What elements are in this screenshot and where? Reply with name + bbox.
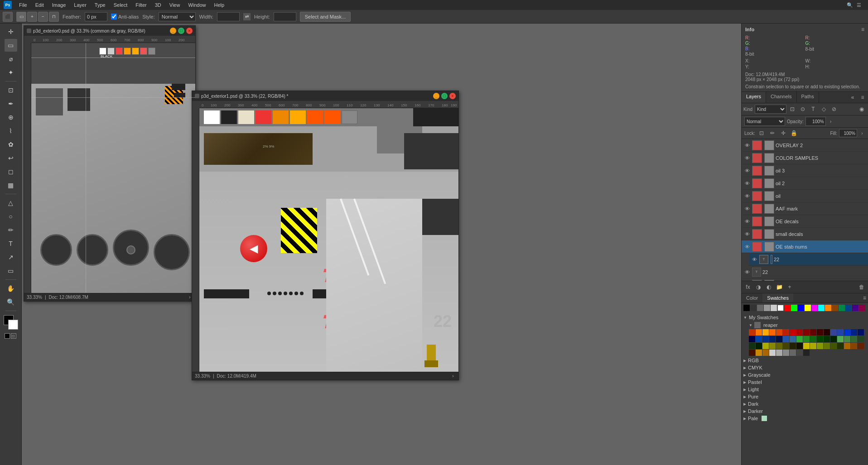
layers-collapse-btn[interactable]: «	[848, 93, 857, 102]
rs-17[interactable]	[858, 329, 864, 336]
swatch-orange[interactable]	[825, 305, 831, 311]
doc1-maximize[interactable]: □	[178, 28, 184, 34]
blur-tool[interactable]: △	[5, 197, 17, 209]
layer-item-colorsamples[interactable]: 👁 COLOR SAMPLES	[742, 152, 868, 164]
layer-eye-aafmark[interactable]: 👁	[743, 205, 751, 212]
layer-eye-22-sub1[interactable]: 👁	[751, 256, 758, 263]
rs-13[interactable]	[830, 329, 837, 336]
rs-44[interactable]	[810, 343, 816, 349]
rs-53[interactable]	[756, 350, 762, 356]
tab-swatches[interactable]: Swatches	[762, 293, 793, 302]
rs-4[interactable]	[769, 329, 776, 336]
layer-eye-oil3[interactable]: 👁	[743, 167, 751, 174]
doc1-minimize[interactable]: _	[170, 28, 176, 34]
rs-60[interactable]	[803, 350, 810, 356]
gradient-tool[interactable]: ▦	[5, 179, 17, 192]
eraser-tool[interactable]: ◻	[5, 165, 17, 178]
fill-input[interactable]	[839, 129, 857, 137]
fill-arrow-icon[interactable]: ›	[859, 130, 865, 136]
doc1-close[interactable]: ×	[186, 28, 193, 34]
doc2-maximize[interactable]: □	[441, 93, 448, 99]
layers-menu-btn[interactable]: ≡	[858, 93, 867, 102]
quick-select-tool[interactable]: ✦	[5, 66, 17, 79]
swatch-md-gray[interactable]	[764, 305, 770, 311]
brush-tool[interactable]: ⌇	[5, 125, 17, 137]
menu-window[interactable]: Window	[184, 1, 209, 9]
layer-item-smalldecals[interactable]: 👁 small decals	[742, 228, 868, 240]
layer-filter-pixel[interactable]: ⊡	[788, 105, 797, 114]
height-input[interactable]	[274, 12, 296, 21]
history-brush-tool[interactable]: ↩	[5, 152, 17, 164]
menu-help[interactable]: Help	[211, 1, 228, 9]
layer-filter-type[interactable]: T	[809, 105, 818, 114]
menu-type[interactable]: Type	[91, 1, 109, 9]
rs-9[interactable]	[803, 329, 810, 336]
doc2-close[interactable]: ×	[449, 93, 456, 99]
rs-46[interactable]	[824, 343, 830, 349]
layer-fx-btn[interactable]: fx	[743, 283, 752, 292]
rs-40[interactable]	[783, 343, 789, 349]
selection-tool[interactable]: ▭	[5, 39, 17, 52]
search-icon[interactable]: 🔍	[846, 1, 854, 9]
hand-tool[interactable]: ✋	[5, 282, 17, 295]
layer-eye-oedecals[interactable]: 👁	[743, 218, 751, 225]
menu-layer[interactable]: Layer	[70, 1, 90, 9]
layer-eye-oil[interactable]: 👁	[743, 192, 751, 200]
rs-1[interactable]	[749, 329, 755, 336]
lock-transparent-btn[interactable]: ⊡	[757, 129, 766, 138]
menu-file[interactable]: File	[15, 1, 31, 9]
rs-49[interactable]	[844, 343, 850, 349]
light-section-header[interactable]: ▶ Light	[743, 386, 866, 393]
rs-52[interactable]	[749, 350, 755, 356]
rs-28[interactable]	[817, 336, 823, 342]
rs-35[interactable]	[749, 343, 755, 349]
doc2-titlebar[interactable]: p3d_exterior1.psd @ 33.3% (22, RGB/84) *…	[192, 91, 458, 101]
rs-34[interactable]	[858, 336, 864, 342]
spot-heal-tool[interactable]: ⊕	[5, 111, 17, 124]
layer-item-oedecals[interactable]: 👁 OE decals	[742, 215, 868, 228]
swatch-gray[interactable]	[757, 305, 763, 311]
rs-51[interactable]	[858, 343, 864, 349]
tool-options-icon[interactable]: ⬛	[3, 12, 13, 22]
zoom-tool[interactable]: 🔍	[5, 296, 17, 308]
blend-mode-select[interactable]: Normal Multiply Screen Overlay	[744, 117, 785, 126]
swatch-dk-green[interactable]	[839, 305, 845, 311]
swatch-white[interactable]	[777, 305, 784, 311]
rs-30[interactable]	[830, 336, 837, 342]
doc2-canvas[interactable]: 2% 9% ◀ ▶ ꟗ ꟗ 22 22	[199, 108, 458, 372]
rs-45[interactable]	[817, 343, 823, 349]
layer-group-btn[interactable]: 📁	[775, 283, 784, 292]
swatch-brown[interactable]	[832, 305, 838, 311]
rs-7[interactable]	[790, 329, 796, 336]
shape-tool[interactable]: ▭	[5, 264, 17, 277]
rs-31[interactable]	[837, 336, 844, 342]
rs-41[interactable]	[790, 343, 796, 349]
layer-mask-btn[interactable]: ◑	[754, 283, 763, 292]
tab-layers[interactable]: Layers	[742, 92, 766, 103]
swatch-cyan[interactable]	[818, 305, 825, 311]
swatch-red[interactable]	[784, 305, 791, 311]
cmyk-section-header[interactable]: ▶ CMYK	[743, 364, 866, 371]
rs-19[interactable]	[756, 336, 762, 342]
rs-11[interactable]	[817, 329, 823, 336]
rs-24[interactable]	[790, 336, 796, 342]
rs-21[interactable]	[769, 336, 776, 342]
layer-delete-btn[interactable]: 🗑	[857, 283, 866, 292]
swatch-purple[interactable]	[852, 305, 858, 311]
layer-item-oil2[interactable]: 👁 oil 2	[742, 177, 868, 190]
layer-eye-22-2[interactable]: 👁	[743, 268, 751, 276]
pastel-section-header[interactable]: ▶ Pastel	[743, 379, 866, 386]
rs-18[interactable]	[749, 336, 755, 342]
lock-paint-btn[interactable]: ✏	[768, 129, 777, 138]
swatch-blue[interactable]	[798, 305, 804, 311]
grayscale-section-header[interactable]: ▶ Grayscale	[743, 371, 866, 379]
rs-37[interactable]	[762, 343, 769, 349]
rs-32[interactable]	[844, 336, 850, 342]
add-select-icon[interactable]: +	[27, 12, 37, 22]
layer-filter-adj[interactable]: ⊙	[798, 105, 807, 114]
rs-8[interactable]	[796, 329, 803, 336]
rs-47[interactable]	[830, 343, 837, 349]
layer-item-overlay2[interactable]: 👁 OVERLAY 2	[742, 139, 868, 152]
anti-alias-checkbox[interactable]	[111, 14, 117, 19]
layers-list[interactable]: 👁 OVERLAY 2 👁 COLOR SAMPLES 👁 oil 3 👁	[742, 139, 868, 281]
